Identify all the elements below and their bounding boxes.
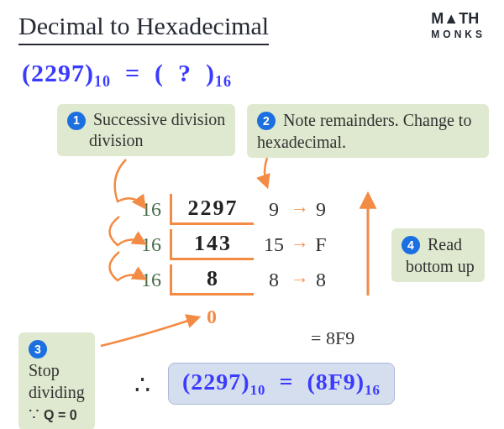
- diagram-canvas: Decimal to Hexadecimal M▲TH MONKS (2297)…: [0, 0, 504, 429]
- ladder-final: 0: [136, 297, 331, 332]
- arrow-right-icon: →: [289, 198, 311, 220]
- badge-2: 2: [257, 112, 276, 130]
- step3-line2: dividing: [29, 383, 85, 401]
- divisor: 16: [136, 198, 170, 221]
- q-lhs-value: 2297: [31, 59, 85, 86]
- badge-1: 1: [67, 112, 86, 130]
- step1-text: Successive division: [93, 110, 225, 128]
- logo-line2: MONKS: [431, 29, 486, 40]
- remainder: 15: [254, 233, 289, 256]
- ans-lhs-base: 10: [250, 382, 266, 398]
- callout-step3: 3 Stop dividing ∵ Q = 0: [18, 332, 95, 429]
- remainder: 8: [254, 269, 289, 291]
- step4-line2: bottom up: [406, 257, 475, 275]
- q-rhs-placeholder: ?: [178, 59, 192, 86]
- intermediate-result: = 8F9: [311, 327, 354, 349]
- remainder: 9: [254, 198, 289, 221]
- callout-step1: 1 Successive division 0division: [57, 104, 235, 156]
- step3-because: ∵: [29, 405, 39, 423]
- arrow-right-icon: →: [289, 233, 311, 255]
- ans-rhs-value: 8F9: [316, 369, 356, 395]
- badge-3: 3: [29, 340, 47, 358]
- callout-step4: 4 Read bottom up: [391, 228, 485, 282]
- page-title: Decimal to Hexadecimal: [18, 12, 269, 45]
- badge-4: 4: [402, 236, 420, 254]
- dividend: 2297: [170, 194, 254, 225]
- logo-line1: M▲TH: [431, 10, 479, 27]
- q-rhs-base: 16: [215, 73, 232, 90]
- final-quotient: 0: [170, 302, 254, 328]
- question-equation: (2297)10 = ( ? )16: [22, 59, 232, 91]
- step3-line1: Stop: [29, 361, 60, 379]
- final-answer-box: (2297)10 = (8F9)16: [168, 363, 395, 405]
- ladder-row: 16 8 8 → 8: [136, 262, 331, 297]
- hex-digit: 9: [311, 198, 331, 221]
- brand-logo: M▲TH MONKS: [431, 12, 486, 40]
- dividend: 143: [170, 229, 254, 260]
- ladder-row: 16 2297 9 → 9: [136, 191, 331, 227]
- ladder-row: 16 143 15 → F: [136, 227, 331, 262]
- therefore-symbol: ∴: [134, 369, 150, 399]
- hex-digit: 8: [311, 269, 331, 291]
- curve-arrow-icon: [265, 158, 267, 186]
- ans-rhs-base: 16: [365, 382, 381, 398]
- step3-cond: Q = 0: [44, 408, 77, 422]
- ans-lhs-value: 2297: [191, 369, 241, 395]
- dividend: 8: [170, 264, 254, 296]
- q-lhs-base: 10: [94, 73, 111, 90]
- step4-line1: Read: [428, 235, 462, 254]
- divisor: 16: [136, 269, 170, 291]
- hex-digit: F: [311, 233, 331, 256]
- arrow-right-icon: →: [289, 269, 311, 290]
- divisor: 16: [136, 233, 170, 256]
- callout-step2: 2 Note remainders. Change to hexadecimal…: [247, 104, 489, 158]
- division-ladder: 16 2297 9 → 9 16 143 15 → F 16 8 8 → 8 0: [136, 191, 331, 332]
- step2-text: Note remainders. Change to hexadecimal.: [257, 111, 471, 151]
